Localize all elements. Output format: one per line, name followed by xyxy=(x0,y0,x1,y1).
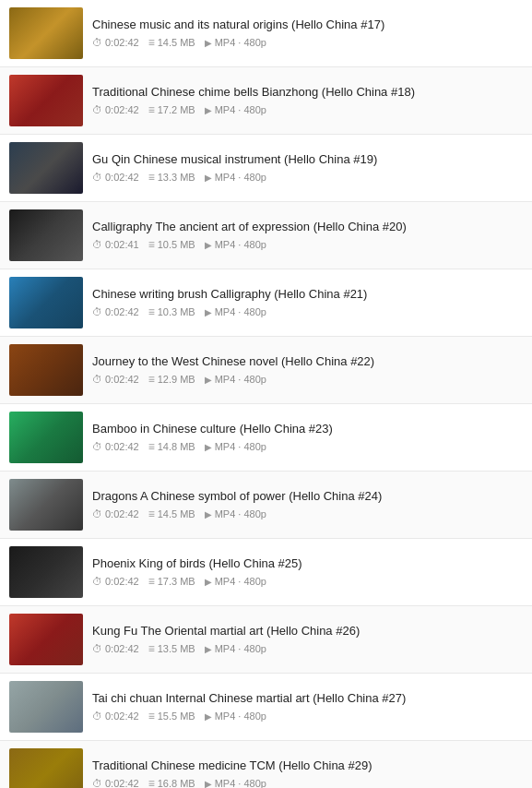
clock-icon xyxy=(92,239,102,250)
item-meta: 0:02:42 16.8 MB MP4 · 480p xyxy=(92,777,523,788)
video-icon xyxy=(205,508,212,519)
video-icon xyxy=(205,306,212,317)
duration-text: 0:02:42 xyxy=(105,778,139,788)
thumbnail xyxy=(9,75,83,126)
format-meta: MP4 · 480p xyxy=(205,104,266,115)
format-text: MP4 · 480p xyxy=(215,441,266,452)
video-icon xyxy=(205,37,212,48)
item-title: Traditional Chinese medicine TCM (Hello … xyxy=(92,758,523,774)
format-text: MP4 · 480p xyxy=(215,778,266,788)
format-meta: MP4 · 480p xyxy=(205,172,266,183)
video-icon xyxy=(205,778,212,788)
thumbnail xyxy=(9,412,83,463)
clock-icon xyxy=(92,441,102,452)
size-text: 14.5 MB xyxy=(158,37,195,48)
format-text: MP4 · 480p xyxy=(215,374,266,385)
file-icon xyxy=(148,575,155,588)
duration-text: 0:02:42 xyxy=(105,104,139,115)
video-icon xyxy=(205,710,212,722)
list-item[interactable]: Chinese music and its natural origins (H… xyxy=(0,0,532,67)
format-text: MP4 · 480p xyxy=(215,710,266,722)
item-info: Tai chi chuan Internal Chinese martial a… xyxy=(92,691,523,723)
item-meta: 0:02:42 12.9 MB MP4 · 480p xyxy=(92,373,523,386)
list-item[interactable]: Phoenix King of birds (Hello China #25) … xyxy=(0,539,532,606)
size-meta: 12.9 MB xyxy=(148,373,195,386)
duration-text: 0:02:42 xyxy=(105,37,139,48)
duration-meta: 0:02:42 xyxy=(92,508,139,519)
size-text: 15.5 MB xyxy=(158,710,195,722)
duration-meta: 0:02:42 xyxy=(92,710,139,722)
size-meta: 14.8 MB xyxy=(148,440,195,453)
file-icon xyxy=(148,36,155,49)
size-meta: 13.5 MB xyxy=(148,642,195,655)
format-meta: MP4 · 480p xyxy=(205,37,266,48)
size-meta: 13.3 MB xyxy=(148,171,195,184)
list-item[interactable]: Journey to the West Chinese novel (Hello… xyxy=(0,337,532,404)
format-text: MP4 · 480p xyxy=(215,643,266,654)
list-item[interactable]: Traditional Chinese medicine TCM (Hello … xyxy=(0,741,532,788)
item-info: Traditional Chinese chime bells Bianzhon… xyxy=(92,85,523,117)
size-meta: 10.5 MB xyxy=(148,238,195,251)
duration-meta: 0:02:42 xyxy=(92,576,139,587)
duration-text: 0:02:42 xyxy=(105,374,139,385)
thumbnail xyxy=(9,209,83,261)
format-text: MP4 · 480p xyxy=(215,172,266,183)
file-icon xyxy=(148,507,155,520)
duration-meta: 0:02:42 xyxy=(92,306,139,317)
thumbnail xyxy=(9,748,83,788)
duration-text: 0:02:42 xyxy=(105,710,139,722)
item-meta: 0:02:42 14.8 MB MP4 · 480p xyxy=(92,440,523,453)
format-meta: MP4 · 480p xyxy=(205,306,266,317)
list-item[interactable]: Chinese writing brush Calligraphy (Hello… xyxy=(0,269,532,337)
item-info: Phoenix King of birds (Hello China #25) … xyxy=(92,556,523,589)
clock-icon xyxy=(92,37,102,48)
size-meta: 15.5 MB xyxy=(148,710,195,722)
format-text: MP4 · 480p xyxy=(215,104,266,115)
file-icon xyxy=(148,103,155,116)
format-text: MP4 · 480p xyxy=(215,508,266,519)
list-item[interactable]: Gu Qin Chinese musical instrument (Hello… xyxy=(0,135,532,202)
item-title: Phoenix King of birds (Hello China #25) xyxy=(92,556,523,572)
format-meta: MP4 · 480p xyxy=(205,441,266,452)
item-info: Bamboo in Chinese culture (Hello China #… xyxy=(92,422,523,454)
file-icon xyxy=(148,710,155,722)
item-info: Kung Fu The Oriental martial art (Hello … xyxy=(92,624,523,656)
video-icon xyxy=(205,441,212,452)
format-text: MP4 · 480p xyxy=(215,576,266,587)
item-title: Dragons A Chinese symbol of power (Hello… xyxy=(92,489,523,505)
duration-meta: 0:02:42 xyxy=(92,172,139,183)
video-icon xyxy=(205,172,212,183)
item-title: Traditional Chinese chime bells Bianzhon… xyxy=(92,85,523,101)
duration-meta: 0:02:42 xyxy=(92,374,139,385)
list-item[interactable]: Calligraphy The ancient art of expressio… xyxy=(0,202,532,269)
item-info: Dragons A Chinese symbol of power (Hello… xyxy=(92,489,523,521)
item-info: Gu Qin Chinese musical instrument (Hello… xyxy=(92,152,523,185)
item-meta: 0:02:42 17.3 MB MP4 · 480p xyxy=(92,575,523,588)
clock-icon xyxy=(92,508,102,519)
file-icon xyxy=(148,642,155,655)
list-item[interactable]: Bamboo in Chinese culture (Hello China #… xyxy=(0,404,532,472)
item-meta: 0:02:42 14.5 MB MP4 · 480p xyxy=(92,507,523,520)
list-item[interactable]: Kung Fu The Oriental martial art (Hello … xyxy=(0,606,532,674)
size-text: 10.5 MB xyxy=(158,239,195,250)
size-meta: 17.2 MB xyxy=(148,103,195,116)
list-item[interactable]: Dragons A Chinese symbol of power (Hello… xyxy=(0,472,532,539)
format-meta: MP4 · 480p xyxy=(205,710,266,722)
video-icon xyxy=(205,104,212,115)
clock-icon xyxy=(92,374,102,385)
size-meta: 17.3 MB xyxy=(148,575,195,588)
file-icon xyxy=(148,238,155,251)
size-text: 13.3 MB xyxy=(158,172,195,183)
clock-icon xyxy=(92,778,102,788)
video-icon xyxy=(205,643,212,654)
list-item[interactable]: Tai chi chuan Internal Chinese martial a… xyxy=(0,674,532,741)
thumbnail xyxy=(9,142,83,194)
duration-meta: 0:02:42 xyxy=(92,104,139,115)
file-icon xyxy=(148,777,155,788)
format-meta: MP4 · 480p xyxy=(205,778,266,788)
item-meta: 0:02:42 10.3 MB MP4 · 480p xyxy=(92,305,523,318)
size-meta: 14.5 MB xyxy=(148,36,195,49)
clock-icon xyxy=(92,172,102,183)
size-text: 14.5 MB xyxy=(158,508,195,519)
list-item[interactable]: Traditional Chinese chime bells Bianzhon… xyxy=(0,67,532,135)
